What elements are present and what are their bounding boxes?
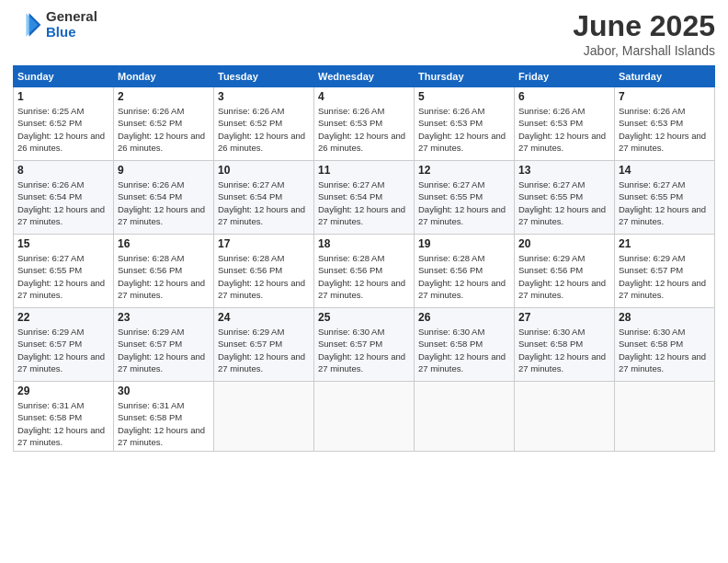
daylight-label: Daylight: 12 hours and 27 minutes. <box>318 351 405 373</box>
sunrise-label: Sunrise: 6:30 AM <box>418 327 484 337</box>
daylight-label: Daylight: 12 hours and 27 minutes. <box>619 351 706 373</box>
sunset-label: Sunset: 6:58 PM <box>118 412 182 422</box>
daylight-label: Daylight: 12 hours and 27 minutes. <box>218 278 305 300</box>
day-number: 12 <box>418 164 510 177</box>
sunrise-label: Sunrise: 6:29 AM <box>619 253 685 263</box>
logo: General Blue <box>13 9 97 40</box>
daylight-label: Daylight: 12 hours and 27 minutes. <box>619 204 706 226</box>
day-info: Sunrise: 6:27 AM Sunset: 6:54 PM Dayligh… <box>318 178 410 227</box>
daylight-label: Daylight: 12 hours and 26 minutes. <box>218 131 305 153</box>
th-thursday: Thursday <box>415 66 515 87</box>
sunrise-label: Sunrise: 6:26 AM <box>218 106 284 116</box>
calendar-cell: 22 Sunrise: 6:29 AM Sunset: 6:57 PM Dayl… <box>14 308 114 382</box>
daylight-label: Daylight: 12 hours and 27 minutes. <box>318 204 405 226</box>
header-row: Sunday Monday Tuesday Wednesday Thursday… <box>14 66 715 87</box>
logo-blue: Blue <box>46 25 97 40</box>
calendar-cell: 15 Sunrise: 6:27 AM Sunset: 6:55 PM Dayl… <box>14 235 114 308</box>
sunrise-label: Sunrise: 6:27 AM <box>318 179 384 190</box>
daylight-label: Daylight: 12 hours and 26 minutes. <box>118 131 205 153</box>
calendar-cell: 7 Sunrise: 6:26 AM Sunset: 6:53 PM Dayli… <box>615 87 715 161</box>
day-info: Sunrise: 6:29 AM Sunset: 6:57 PM Dayligh… <box>17 326 109 374</box>
calendar-cell: 11 Sunrise: 6:27 AM Sunset: 6:54 PM Dayl… <box>314 161 415 235</box>
daylight-label: Daylight: 12 hours and 27 minutes. <box>118 278 205 300</box>
day-info: Sunrise: 6:26 AM Sunset: 6:53 PM Dayligh… <box>418 105 510 154</box>
day-info: Sunrise: 6:26 AM Sunset: 6:54 PM Dayligh… <box>17 178 109 227</box>
calendar-cell: 23 Sunrise: 6:29 AM Sunset: 6:57 PM Dayl… <box>114 308 214 382</box>
sunset-label: Sunset: 6:53 PM <box>418 118 483 128</box>
sunset-label: Sunset: 6:55 PM <box>518 191 583 201</box>
daylight-label: Daylight: 12 hours and 27 minutes. <box>418 204 506 226</box>
calendar-cell <box>615 382 715 452</box>
day-info: Sunrise: 6:30 AM Sunset: 6:58 PM Dayligh… <box>418 326 510 374</box>
title-block: June 2025 Jabor, Marshall Islands <box>573 9 715 58</box>
sunset-label: Sunset: 6:57 PM <box>619 265 683 275</box>
day-number: 2 <box>118 90 210 103</box>
sunrise-label: Sunrise: 6:26 AM <box>17 179 84 190</box>
sunset-label: Sunset: 6:54 PM <box>318 191 382 201</box>
calendar-cell: 25 Sunrise: 6:30 AM Sunset: 6:57 PM Dayl… <box>314 308 415 382</box>
calendar-cell: 27 Sunrise: 6:30 AM Sunset: 6:58 PM Dayl… <box>515 308 615 382</box>
sunset-label: Sunset: 6:53 PM <box>619 118 683 128</box>
sunrise-label: Sunrise: 6:26 AM <box>118 106 184 116</box>
sunrise-label: Sunrise: 6:30 AM <box>318 327 384 337</box>
day-info: Sunrise: 6:27 AM Sunset: 6:55 PM Dayligh… <box>619 178 711 227</box>
calendar-cell: 8 Sunrise: 6:26 AM Sunset: 6:54 PM Dayli… <box>14 161 114 235</box>
sunrise-label: Sunrise: 6:29 AM <box>218 327 284 337</box>
calendar-header: Sunday Monday Tuesday Wednesday Thursday… <box>14 66 715 87</box>
day-info: Sunrise: 6:28 AM Sunset: 6:56 PM Dayligh… <box>218 252 310 301</box>
calendar-cell: 9 Sunrise: 6:26 AM Sunset: 6:54 PM Dayli… <box>114 161 214 235</box>
daylight-label: Daylight: 12 hours and 27 minutes. <box>518 131 606 153</box>
sunrise-label: Sunrise: 6:29 AM <box>17 327 84 337</box>
sunset-label: Sunset: 6:52 PM <box>17 118 82 128</box>
calendar-table: Sunday Monday Tuesday Wednesday Thursday… <box>13 65 715 452</box>
day-info: Sunrise: 6:26 AM Sunset: 6:53 PM Dayligh… <box>518 105 610 154</box>
calendar-cell: 2 Sunrise: 6:26 AM Sunset: 6:52 PM Dayli… <box>114 87 214 161</box>
sunset-label: Sunset: 6:53 PM <box>318 118 382 128</box>
daylight-label: Daylight: 12 hours and 27 minutes. <box>17 425 105 447</box>
calendar-week-row: 22 Sunrise: 6:29 AM Sunset: 6:57 PM Dayl… <box>14 308 715 382</box>
th-saturday: Saturday <box>615 66 715 87</box>
sunset-label: Sunset: 6:54 PM <box>118 191 182 201</box>
day-info: Sunrise: 6:30 AM Sunset: 6:58 PM Dayligh… <box>619 326 711 374</box>
day-number: 8 <box>17 164 109 177</box>
day-number: 20 <box>518 237 610 250</box>
sunset-label: Sunset: 6:57 PM <box>118 339 182 349</box>
sunrise-label: Sunrise: 6:27 AM <box>218 179 284 190</box>
sunrise-label: Sunrise: 6:26 AM <box>619 106 685 116</box>
sunset-label: Sunset: 6:52 PM <box>218 118 282 128</box>
calendar-cell: 30 Sunrise: 6:31 AM Sunset: 6:58 PM Dayl… <box>114 382 214 452</box>
day-number: 29 <box>17 385 109 397</box>
day-number: 11 <box>318 164 410 177</box>
sunrise-label: Sunrise: 6:27 AM <box>418 179 484 190</box>
calendar-cell: 12 Sunrise: 6:27 AM Sunset: 6:55 PM Dayl… <box>415 161 515 235</box>
calendar-title: June 2025 <box>573 9 715 43</box>
day-info: Sunrise: 6:30 AM Sunset: 6:58 PM Dayligh… <box>518 326 610 374</box>
th-monday: Monday <box>114 66 214 87</box>
day-number: 1 <box>17 90 109 103</box>
daylight-label: Daylight: 12 hours and 27 minutes. <box>17 204 105 226</box>
sunset-label: Sunset: 6:55 PM <box>17 265 82 275</box>
calendar-week-row: 1 Sunrise: 6:25 AM Sunset: 6:52 PM Dayli… <box>14 87 715 161</box>
calendar-cell: 19 Sunrise: 6:28 AM Sunset: 6:56 PM Dayl… <box>415 235 515 308</box>
day-number: 17 <box>218 237 310 250</box>
day-number: 22 <box>17 311 109 324</box>
calendar-cell: 4 Sunrise: 6:26 AM Sunset: 6:53 PM Dayli… <box>314 87 415 161</box>
day-info: Sunrise: 6:28 AM Sunset: 6:56 PM Dayligh… <box>318 252 410 301</box>
day-info: Sunrise: 6:29 AM Sunset: 6:57 PM Dayligh… <box>218 326 310 374</box>
day-number: 7 <box>619 90 711 103</box>
sunset-label: Sunset: 6:57 PM <box>218 339 282 349</box>
day-info: Sunrise: 6:26 AM Sunset: 6:52 PM Dayligh… <box>118 105 210 154</box>
daylight-label: Daylight: 12 hours and 27 minutes. <box>619 278 706 300</box>
daylight-label: Daylight: 12 hours and 27 minutes. <box>418 278 506 300</box>
calendar-cell <box>314 382 415 452</box>
day-info: Sunrise: 6:27 AM Sunset: 6:54 PM Dayligh… <box>218 178 310 227</box>
day-number: 18 <box>318 237 410 250</box>
day-info: Sunrise: 6:27 AM Sunset: 6:55 PM Dayligh… <box>518 178 610 227</box>
day-info: Sunrise: 6:26 AM Sunset: 6:53 PM Dayligh… <box>619 105 711 154</box>
sunrise-label: Sunrise: 6:26 AM <box>518 106 585 116</box>
day-number: 24 <box>218 311 310 324</box>
day-number: 15 <box>17 237 109 250</box>
day-number: 16 <box>118 237 210 250</box>
calendar-cell: 29 Sunrise: 6:31 AM Sunset: 6:58 PM Dayl… <box>14 382 114 452</box>
sunset-label: Sunset: 6:56 PM <box>318 265 382 275</box>
